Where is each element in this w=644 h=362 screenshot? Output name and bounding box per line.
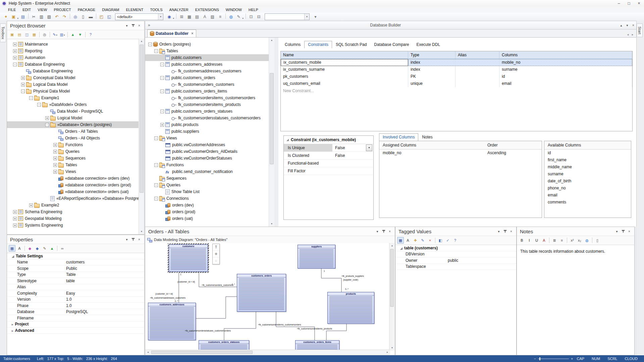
toolbar-icon[interactable]: ✓ <box>444 237 451 244</box>
panel-menu-icon[interactable]: ▾ <box>374 230 380 233</box>
property-value[interactable]: PostgreSQL <box>64 309 144 314</box>
property-value[interactable]: Easy <box>64 291 144 296</box>
toolbar-icon[interactable]: ▧ <box>46 13 53 20</box>
expander-icon[interactable] <box>45 116 49 120</box>
view-tab[interactable]: Columns <box>281 41 304 48</box>
toolbar-icon[interactable]: ✚ <box>412 237 419 244</box>
expander-icon[interactable] <box>160 123 164 127</box>
tag-value[interactable]: public <box>446 258 516 263</box>
start-tab[interactable]: Start <box>637 23 643 37</box>
expander-icon[interactable] <box>13 210 17 214</box>
toolbar-icon[interactable]: U <box>533 237 540 244</box>
view-tab[interactable]: Database Compare <box>370 41 413 48</box>
toolbar-icon[interactable]: x₂ <box>576 237 583 244</box>
tree-item[interactable]: public.customers_addresses <box>145 61 274 68</box>
menu-item[interactable]: DIAGRAM <box>99 7 122 13</box>
expander-icon[interactable] <box>13 49 17 53</box>
tree-item[interactable]: Queries <box>7 148 144 155</box>
toolbar-icon[interactable]: ▯ <box>79 13 87 20</box>
menu-item[interactable]: EDIT <box>19 7 34 13</box>
pin-icon[interactable] <box>503 230 506 233</box>
style-combobox[interactable]: <default> ▾ <box>115 13 163 20</box>
maximize-button[interactable]: □ <box>624 0 634 7</box>
toolbar-icon[interactable]: ▲ <box>49 245 55 252</box>
constraint-name[interactable]: ix_customers_mobile <box>281 59 408 66</box>
panel-close-icon[interactable]: × <box>630 23 636 27</box>
tree-item[interactable]: «Database» Orders (postgres) <box>7 121 144 128</box>
toolbar-icon[interactable]: ▦ <box>397 237 404 244</box>
property-row[interactable]: Scope Public <box>7 265 144 272</box>
panel-close-icon[interactable]: × <box>508 230 514 233</box>
toolbar-icon[interactable]: ▥ <box>59 31 66 38</box>
property-value[interactable]: 1.0 <box>64 297 144 302</box>
scroll-right-icon[interactable]: ▸ <box>385 350 390 355</box>
constraint-alias[interactable] <box>455 59 499 66</box>
tree-item[interactable]: public.vwCustomerOrders_AllDetails <box>145 148 274 155</box>
menu-item[interactable]: VIEW <box>34 7 50 13</box>
zoom-slider-thumb[interactable] <box>539 357 540 360</box>
constraint-columns[interactable]: surname <box>499 66 632 73</box>
menu-item[interactable]: EXTENSIONS <box>192 7 222 13</box>
panel-expand-icon[interactable]: ▴ <box>618 23 624 27</box>
toolbar-icon[interactable] <box>39 32 40 37</box>
tab-close-icon[interactable]: × <box>191 31 194 36</box>
constraint-name[interactable]: ix_customers_surname <box>281 66 408 73</box>
expander-icon[interactable] <box>154 49 158 53</box>
constraint-property-row[interactable]: Fill Factor <box>284 167 373 175</box>
toolbar-icon[interactable]: ◆ <box>26 245 33 252</box>
menu-item[interactable]: ELEMENT <box>122 7 147 13</box>
collapse-triangle-icon[interactable] <box>286 139 289 141</box>
expander-icon[interactable] <box>53 143 57 147</box>
available-column-item[interactable]: email <box>544 192 631 199</box>
toolbar-icon[interactable]: ◉ <box>166 13 173 20</box>
panel-menu-icon[interactable]: ▾ <box>124 24 130 27</box>
constraint-property-row[interactable]: Functional-based <box>284 160 373 167</box>
tree-item[interactable]: fk_customersordersstatuses_customersorde… <box>145 115 274 121</box>
tree-item[interactable]: Schema Engineering <box>7 208 144 215</box>
toolbar-icon[interactable]: ◎ <box>72 13 79 20</box>
diagram-tool-icon[interactable]: ◌ <box>213 257 219 264</box>
toolbar-icon[interactable] <box>592 238 592 243</box>
entity-customers-orders-statuses[interactable]: customers_orders_statuses <box>199 340 249 351</box>
constraint-property-row[interactable]: Is Unique False ▼ <box>284 144 373 152</box>
tree-item[interactable]: Functions <box>145 162 274 168</box>
toolbar-icon[interactable]: ✎ <box>41 245 48 252</box>
toolbar-icon[interactable]: × <box>427 237 433 244</box>
view-tab[interactable]: SQL Scratch Pad <box>332 41 370 48</box>
constraint-alias[interactable] <box>455 73 499 80</box>
tree-item[interactable]: Logical Model <box>7 115 144 121</box>
expander-icon[interactable] <box>148 43 152 46</box>
constraint-row[interactable]: ix_customers_mobile index mobile_no <box>281 59 632 66</box>
tree-item[interactable]: fk_customersordersitems_products <box>145 101 274 108</box>
tree-item[interactable]: Conceptual Data Model <box>7 74 144 81</box>
available-column-item[interactable]: middle_name <box>544 164 631 171</box>
toolbar-icon[interactable]: ◍ <box>584 237 590 244</box>
entity-suppliers[interactable]: suppliers <box>298 245 335 268</box>
constraint-type[interactable]: index <box>408 66 455 73</box>
toolbar-icon[interactable]: ▤ <box>16 31 23 38</box>
available-column-item[interactable]: first_name <box>544 157 631 164</box>
toolbar-icon[interactable] <box>70 13 70 19</box>
tree-item[interactable]: Orders (postgres) <box>145 41 274 48</box>
toolbar-icon[interactable]: ▨ <box>209 13 216 20</box>
tree-item[interactable]: public.customers <box>145 54 274 61</box>
scroll-up-icon[interactable]: ▴ <box>269 38 274 43</box>
diagram-tool-icon[interactable]: ✛ <box>213 251 219 257</box>
constraint-name[interactable]: uq_customers_email <box>281 80 408 87</box>
tagged-value-row[interactable]: DBVersion <box>395 251 516 258</box>
expander-icon[interactable] <box>21 76 25 80</box>
toolbar-icon[interactable]: A <box>201 13 208 20</box>
toolbar-icon[interactable]: A <box>16 245 23 252</box>
available-column-item[interactable]: phone_no <box>544 185 631 192</box>
zoom-slider[interactable] <box>538 359 569 359</box>
toolbar-icon[interactable]: ✎ <box>419 237 426 244</box>
tree-item[interactable]: fk_customersaddresses_customers <box>145 68 274 74</box>
tree-item[interactable]: Sequences <box>7 155 144 162</box>
toolbar-icon[interactable] <box>567 238 567 243</box>
expander-icon[interactable] <box>53 163 57 167</box>
tree-item[interactable]: orders (dev) <box>145 202 274 208</box>
tree-item[interactable]: Show Table List <box>145 188 274 195</box>
toolbar-icon[interactable] <box>50 32 50 37</box>
toolbar-icon[interactable] <box>85 32 86 37</box>
property-value[interactable]: Table <box>64 272 144 277</box>
